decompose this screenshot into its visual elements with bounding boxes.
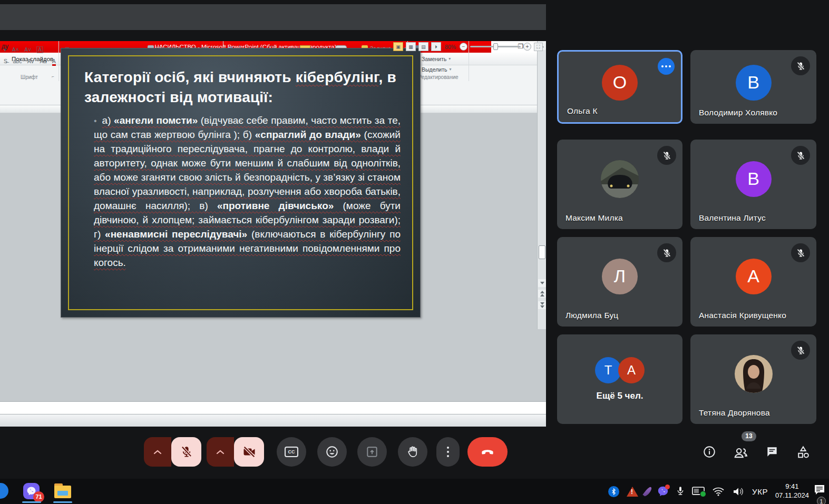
slide-text-segment: кібербулінг: [296, 69, 379, 85]
show-people-button[interactable]: [733, 445, 749, 461]
avatar: [601, 160, 639, 198]
next-slide-icon[interactable]: [538, 301, 546, 309]
overflow-avatars: ТА: [595, 357, 645, 383]
participants-count-badge: 13: [742, 431, 756, 441]
participant-photo-car: [601, 160, 639, 198]
zoom-out-icon[interactable]: −: [460, 43, 467, 51]
scrollbar-thumb[interactable]: [539, 245, 545, 259]
notes-text: ду: [2, 43, 8, 50]
end-call-icon: [480, 444, 495, 460]
muted-mic-badge: [791, 243, 810, 262]
zoom-slider-thumb[interactable]: [493, 43, 498, 50]
raise-hand-button[interactable]: [398, 437, 427, 467]
participant-name: Валентина Литус: [699, 213, 766, 223]
view-reading-button[interactable]: ▤: [418, 42, 428, 51]
font-dialog-launcher-icon[interactable]: ⌐: [52, 74, 57, 80]
clear-format-icon[interactable]: 🄰: [37, 46, 43, 53]
char-spacing-icon[interactable]: AV: [27, 58, 34, 64]
mic-options-button[interactable]: [144, 437, 171, 467]
participant-tile[interactable]: Тетяна Дворянова: [690, 334, 816, 424]
mic-off-icon: [796, 345, 806, 355]
mic-off-icon: [796, 61, 806, 71]
secure-badge-icon: [700, 491, 706, 497]
reactions-button[interactable]: [317, 437, 347, 467]
fit-to-window-icon[interactable]: ⛶: [534, 43, 543, 51]
slide-body-text: •а) «ангели помсти» (відчуває себе прави…: [94, 114, 401, 270]
end-call-button[interactable]: [467, 437, 508, 467]
mic-off-icon: [796, 151, 806, 161]
participant-tile[interactable]: ВВалентина Литус: [690, 140, 816, 229]
notification-count-badge: 1: [817, 497, 826, 504]
change-case-icon[interactable]: Aa: [40, 58, 47, 64]
tile-more-options-button[interactable]: [658, 58, 675, 75]
slide-text-segment: (схожий на традиційного переслідувача, п…: [94, 129, 401, 211]
bluetooth-icon[interactable]: [608, 486, 619, 497]
captions-icon: CC: [285, 447, 298, 457]
shadow-icon[interactable]: abc: [13, 58, 22, 64]
avatar: А: [618, 357, 645, 383]
more-options-button[interactable]: [436, 437, 460, 467]
avatar: Т: [595, 357, 621, 383]
volume-icon[interactable]: [732, 487, 745, 497]
activities-icon: [796, 445, 811, 460]
chat-icon: [765, 445, 779, 459]
participant-tile[interactable]: ВВолодимир Холявко: [690, 50, 816, 124]
participant-tile[interactable]: ААнастасія Кривущенко: [690, 237, 816, 327]
display-share-icon[interactable]: [692, 487, 705, 496]
chat-button[interactable]: [764, 445, 780, 459]
zoom-slider[interactable]: [470, 46, 521, 47]
explorer-active-indicator: [53, 501, 72, 503]
taskbar-time: 9:41: [775, 482, 809, 491]
participant-tile[interactable]: ТАЕщё 5 чел.: [557, 334, 682, 424]
pen-icon[interactable]: [646, 486, 650, 497]
viber-unread-badge: 71: [33, 491, 44, 502]
meeting-details-button[interactable]: [701, 445, 717, 459]
strikethrough-icon[interactable]: S̶: [4, 58, 7, 64]
previous-slide-icon[interactable]: [538, 290, 546, 298]
mic-toggle-button[interactable]: [171, 437, 201, 467]
camera-toggle-button[interactable]: [234, 437, 264, 467]
captions-button[interactable]: CC: [277, 437, 306, 467]
taskbar-file-explorer-icon[interactable]: [54, 483, 71, 498]
scroll-down-icon[interactable]: [538, 279, 546, 287]
muted-mic-badge: [657, 146, 676, 165]
participant-tile[interactable]: Максим Милка: [557, 140, 682, 229]
slide-text-segment: , в: [378, 69, 396, 85]
camera-options-button[interactable]: [207, 437, 234, 467]
view-normal-button[interactable]: ▣: [393, 42, 403, 51]
slide-canvas[interactable]: Категорії осіб, які вчиняють кібербулінг…: [61, 48, 421, 318]
people-icon: [733, 445, 749, 461]
slide-text-segment: Категорії осіб, які вчиняють: [84, 69, 296, 85]
notification-center-button[interactable]: 1: [813, 484, 826, 498]
participant-tile[interactable]: ООльга К: [557, 50, 682, 124]
shrink-font-icon[interactable]: A˅: [24, 46, 31, 53]
chevron-up-icon: [153, 449, 162, 454]
taskbar-clock[interactable]: 9:41 07.11.2024: [775, 482, 809, 500]
avatar: О: [602, 65, 638, 101]
view-sorter-button[interactable]: ▦: [406, 42, 416, 51]
wifi-icon[interactable]: [712, 487, 725, 496]
viber-tray-icon[interactable]: [657, 486, 669, 497]
zoom-in-icon[interactable]: +: [523, 43, 531, 51]
language-indicator[interactable]: УКР: [752, 487, 768, 496]
avatar: В: [736, 161, 772, 197]
camera-control-group: [207, 437, 264, 467]
present-button[interactable]: [357, 437, 387, 467]
vertical-scrollbar[interactable]: [537, 41, 546, 329]
participant-tile[interactable]: ЛЛюдмила Буц: [557, 237, 682, 327]
viber-tray-badge: [665, 485, 670, 489]
view-slideshow-button[interactable]: ⏵: [431, 42, 441, 51]
grow-font-icon[interactable]: A˄: [12, 46, 19, 53]
slide-title: Категорії осіб, які вчиняють кібербулінг…: [84, 67, 401, 107]
present-icon: [365, 445, 379, 459]
chevron-up-icon: [216, 449, 225, 454]
mic-off-icon: [662, 151, 672, 161]
notification-icon: [813, 484, 826, 496]
warning-icon[interactable]: [627, 487, 638, 497]
ppt-notes-strip[interactable]: ду: [0, 401, 546, 414]
bullet-marker: •: [94, 116, 97, 125]
taskbar-app-edge[interactable]: [0, 483, 8, 499]
microphone-icon[interactable]: [676, 486, 685, 497]
font-color-icon[interactable]: A: [52, 58, 56, 66]
activities-button[interactable]: [795, 445, 812, 460]
